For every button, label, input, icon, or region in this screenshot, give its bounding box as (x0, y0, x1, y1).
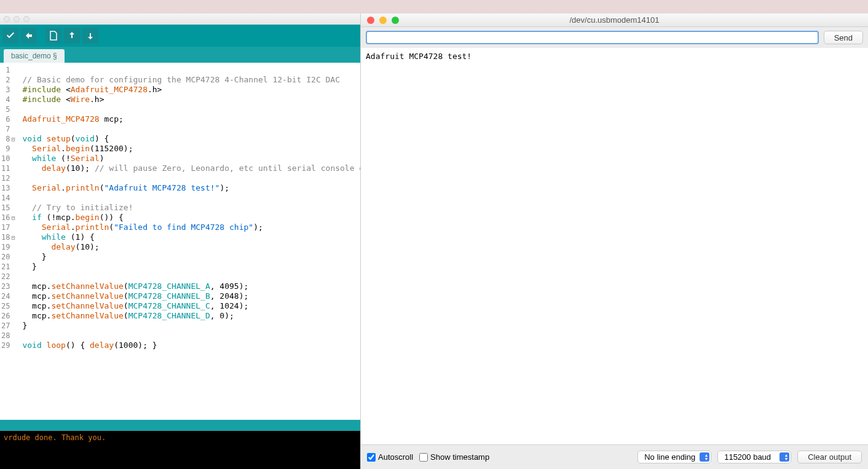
autoscroll-label: Autoscroll (378, 452, 413, 462)
line-number: 18⊟ (1, 232, 16, 242)
code-line[interactable]: mcp.setChannelValue(MCP4728_CHANNEL_D, 0… (22, 311, 360, 321)
line-number: 6 (1, 114, 16, 124)
code-line[interactable]: Serial.println("Adafruit MCP4728 test!")… (22, 183, 360, 193)
line-number: 23 (1, 282, 16, 291)
arduino-titlebar (0, 14, 360, 25)
send-button[interactable]: Send (824, 31, 863, 44)
timestamp-input[interactable] (419, 453, 428, 462)
code-line[interactable] (22, 331, 360, 341)
timestamp-checkbox[interactable]: Show timestamp (419, 452, 489, 462)
new-button[interactable] (45, 28, 61, 44)
line-ending-select[interactable]: No line ending ▴▾ (637, 451, 711, 463)
sketch-tab[interactable]: basic_demo § (4, 49, 65, 63)
code-line[interactable]: #include <Wire.h> (22, 95, 360, 104)
line-number: 26 (1, 311, 16, 321)
code-line[interactable]: delay(10); // will pause Zero, Leonardo,… (22, 164, 360, 173)
line-number: 21 (1, 262, 16, 272)
code-line[interactable]: while (!Serial) (22, 154, 360, 164)
line-number: 11 (1, 164, 16, 173)
autoscroll-input[interactable] (367, 453, 376, 462)
open-button[interactable] (64, 28, 80, 44)
code-line[interactable] (22, 173, 360, 183)
line-number: 12 (1, 173, 16, 183)
line-number: 3 (1, 85, 16, 95)
line-number: 10 (1, 154, 16, 164)
serial-bottom-bar: Autoscroll Show timestamp No line ending… (361, 444, 868, 469)
serial-input[interactable] (366, 31, 819, 44)
code-editor[interactable]: 12345678⊟910111213141516⊟1718⊟1920212223… (0, 63, 360, 420)
code-line[interactable]: #include <Adafruit_MCP4728.h> (22, 85, 360, 95)
line-number: 9 (1, 144, 16, 154)
line-number: 24 (1, 291, 16, 301)
code-line[interactable]: mcp.setChannelValue(MCP4728_CHANNEL_B, 2… (22, 291, 360, 301)
baud-value: 115200 baud (724, 452, 771, 462)
serial-monitor-window: /dev/cu.usbmodem14101 Send Adafruit MCP4… (360, 14, 868, 469)
arduino-console: vrdude done. Thank you. (0, 431, 360, 469)
window-minimize-dot[interactable] (14, 16, 20, 22)
line-number-gutter: 12345678⊟910111213141516⊟1718⊟1920212223… (0, 63, 18, 420)
line-number: 22 (1, 272, 16, 282)
code-line[interactable]: void loop() { delay(1000); } (22, 341, 360, 350)
upload-button[interactable] (21, 28, 37, 44)
verify-button[interactable] (2, 28, 18, 44)
line-number: 29 (1, 341, 16, 350)
line-number: 20 (1, 252, 16, 262)
serial-output-line: Adafruit MCP4728 test! (366, 52, 471, 61)
line-number: 28 (1, 331, 16, 341)
line-number: 2 (1, 75, 16, 85)
line-number: 27 (1, 321, 16, 331)
line-number: 14 (1, 193, 16, 203)
code-line[interactable]: while (1) { (22, 232, 360, 242)
line-number: 16⊟ (1, 213, 16, 223)
code-line[interactable]: if (!mcp.begin()) { (22, 213, 360, 223)
code-line[interactable] (22, 65, 360, 75)
code-line[interactable]: void setup(void) { (22, 134, 360, 144)
code-line[interactable]: Adafruit_MCP4728 mcp; (22, 114, 360, 124)
sketch-tab-bar: basic_demo § (0, 47, 360, 63)
code-line[interactable]: // Try to initialize! (22, 203, 360, 213)
line-number: 17 (1, 223, 16, 232)
baud-select[interactable]: 115200 baud ▴▾ (717, 451, 791, 463)
code-line[interactable]: } (22, 252, 360, 262)
console-text: vrdude done. Thank you. (4, 433, 106, 442)
code-line[interactable]: mcp.setChannelValue(MCP4728_CHANNEL_A, 4… (22, 282, 360, 291)
line-number: 8⊟ (1, 134, 16, 144)
window-close-dot[interactable] (4, 16, 10, 22)
timestamp-label: Show timestamp (430, 452, 489, 462)
code-line[interactable] (22, 124, 360, 134)
code-line[interactable]: mcp.setChannelValue(MCP4728_CHANNEL_C, 1… (22, 301, 360, 311)
serial-send-row: Send (361, 27, 868, 48)
line-number: 13 (1, 183, 16, 193)
save-button[interactable] (82, 28, 98, 44)
serial-titlebar: /dev/cu.usbmodem14101 (361, 14, 868, 27)
serial-output[interactable]: Adafruit MCP4728 test! (361, 48, 868, 444)
code-line[interactable]: } (22, 321, 360, 331)
code-line[interactable]: delay(10); (22, 242, 360, 252)
window-zoom-dot[interactable] (23, 16, 30, 22)
line-number: 4 (1, 95, 16, 104)
code-line[interactable]: Serial.begin(115200); (22, 144, 360, 154)
serial-window-title: /dev/cu.usbmodem14101 (361, 15, 868, 25)
code-line[interactable] (22, 104, 360, 114)
autoscroll-checkbox[interactable]: Autoscroll (367, 452, 413, 462)
code-line[interactable]: Serial.println("Failed to find MCP4728 c… (22, 223, 360, 232)
code-line[interactable]: // Basic demo for configuring the MCP472… (22, 75, 360, 85)
line-number: 1 (1, 65, 16, 75)
code-line[interactable]: } (22, 262, 360, 272)
line-number: 7 (1, 124, 16, 134)
code-area[interactable]: // Basic demo for configuring the MCP472… (18, 63, 360, 420)
line-number: 5 (1, 104, 16, 114)
line-ending-value: No line ending (644, 452, 695, 462)
arduino-ide-window: basic_demo § 12345678⊟910111213141516⊟17… (0, 14, 360, 469)
line-number: 19 (1, 242, 16, 252)
line-number: 25 (1, 301, 16, 311)
code-line[interactable] (22, 193, 360, 203)
clear-output-button[interactable]: Clear output (797, 451, 862, 463)
arduino-status-bar (0, 420, 360, 431)
line-number: 15 (1, 203, 16, 213)
code-line[interactable] (22, 272, 360, 282)
arduino-toolbar (0, 25, 360, 47)
